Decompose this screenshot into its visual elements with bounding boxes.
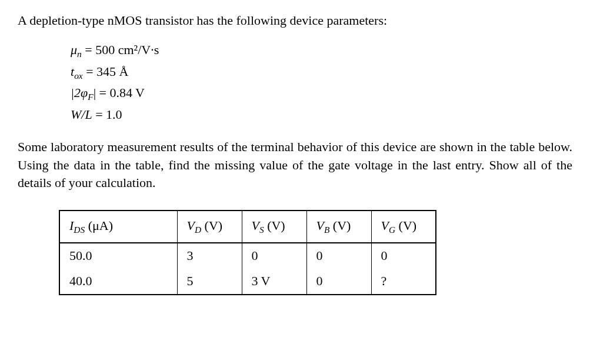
vs-sub: S xyxy=(259,225,264,235)
vg-pre: V xyxy=(381,218,389,233)
phi-sub: F xyxy=(88,92,93,102)
mu-sub: n xyxy=(77,49,82,59)
cell-vs: 3 V xyxy=(242,269,306,295)
header-ids: IDS (μA) xyxy=(59,211,177,243)
tox-value: = 345 Å xyxy=(83,64,129,79)
param-tox: tox = 345 Å xyxy=(71,62,572,83)
param-wl: W/L = 1.0 xyxy=(71,105,572,124)
cell-vb: 0 xyxy=(306,269,371,295)
mu-symbol: μ xyxy=(71,42,77,57)
vd-sub: D xyxy=(195,225,201,235)
cell-vg: ? xyxy=(371,269,436,295)
table-container: IDS (μA) VD (V) VS (V) VB (V) VG (V) 50.… xyxy=(59,210,572,295)
mu-value: = 500 cm²/V·s xyxy=(82,42,159,57)
header-vs: VS (V) xyxy=(242,211,306,243)
cell-ids: 50.0 xyxy=(59,243,177,269)
cell-vd: 3 xyxy=(177,243,242,269)
phi-value: | = 0.84 V xyxy=(94,85,145,100)
intro-text: A depletion-type nMOS transistor has the… xyxy=(18,12,572,30)
table-header-row: IDS (μA) VD (V) VS (V) VB (V) VG (V) xyxy=(59,211,436,243)
description-text: Some laboratory measurement results of t… xyxy=(18,138,572,192)
cell-vg: 0 xyxy=(371,243,436,269)
cell-vd: 5 xyxy=(177,269,242,295)
header-vb: VB (V) xyxy=(306,211,371,243)
cell-vs: 0 xyxy=(242,243,306,269)
vg-post: (V) xyxy=(395,218,416,233)
phi-symbol: |2φ xyxy=(71,85,88,100)
vs-post: (V) xyxy=(264,218,285,233)
tox-sub: ox xyxy=(74,71,83,81)
parameters-block: μn = 500 cm²/V·s tox = 345 Å |2φF| = 0.8… xyxy=(71,41,572,124)
vb-pre: V xyxy=(316,218,324,233)
table-row: 40.0 5 3 V 0 ? xyxy=(59,269,436,295)
wl-symbol: W/L xyxy=(71,107,92,122)
vb-sub: B xyxy=(324,225,329,235)
table-row: 50.0 3 0 0 0 xyxy=(59,243,436,269)
wl-value: = 1.0 xyxy=(92,107,122,122)
cell-vb: 0 xyxy=(306,243,371,269)
vb-post: (V) xyxy=(329,218,351,233)
data-table: IDS (μA) VD (V) VS (V) VB (V) VG (V) 50.… xyxy=(59,210,436,295)
param-phi: |2φF| = 0.84 V xyxy=(71,84,572,104)
ids-sub: DS xyxy=(74,225,85,235)
header-vd: VD (V) xyxy=(177,211,242,243)
ids-post: (μA) xyxy=(85,218,113,233)
cell-ids: 40.0 xyxy=(59,269,177,295)
vd-post: (V) xyxy=(201,218,222,233)
vs-pre: V xyxy=(252,218,259,233)
header-vg: VG (V) xyxy=(371,211,436,243)
vd-pre: V xyxy=(187,218,195,233)
param-mu: μn = 500 cm²/V·s xyxy=(71,41,572,61)
vg-sub: G xyxy=(389,225,395,235)
